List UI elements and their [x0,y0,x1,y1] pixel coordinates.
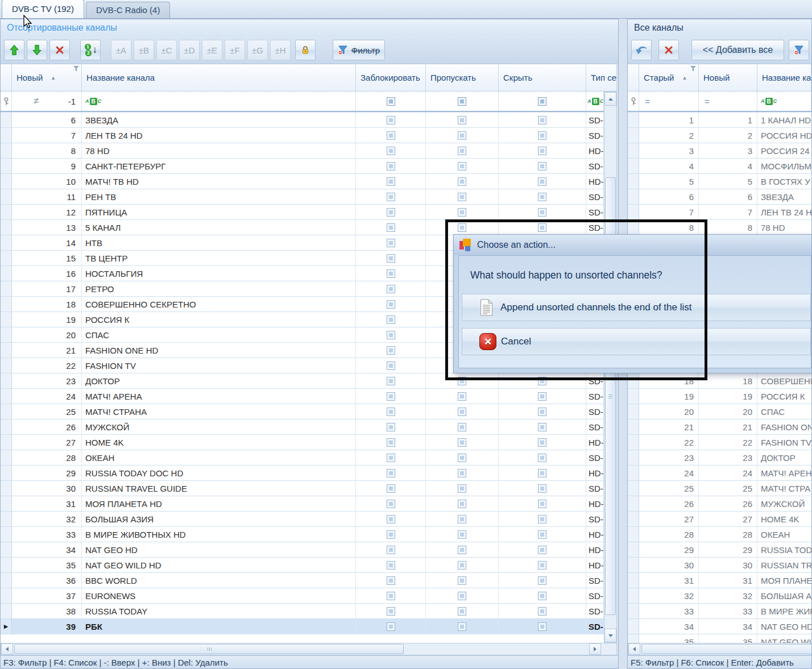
checkbox[interactable] [458,500,466,508]
all-channel-row[interactable]: 3333В МИРЕ ЖИВ [628,604,811,619]
checkbox[interactable] [387,254,395,263]
right-horizontal-scrollbar[interactable] [628,643,811,655]
scroll-left-button[interactable] [1,643,13,655]
checkbox[interactable] [538,392,546,401]
scrollbar-thumb[interactable] [641,644,812,654]
checkbox[interactable] [387,208,395,217]
checkbox[interactable] [387,97,395,106]
letter-button-H[interactable]: ±H [270,40,291,60]
checkbox[interactable] [458,438,466,447]
all-channel-row[interactable]: 44МОСФИЛЬМ. [628,159,811,174]
column-header-new[interactable]: Новый ▲ [12,64,82,92]
sorted-channel-row[interactable]: 878 HDHD- [1,143,604,159]
checkbox[interactable] [387,530,395,539]
checkbox[interactable] [458,469,466,477]
checkbox[interactable] [387,622,395,631]
tab-0[interactable]: DVB-C TV (192) [2,0,84,18]
checkbox[interactable] [458,561,466,570]
letter-button-E[interactable]: ±E [202,40,222,60]
checkbox[interactable] [387,607,395,616]
filter-old[interactable]: = [639,92,699,111]
sorted-channel-row[interactable]: 27HOME 4KHD- [1,435,604,450]
all-channel-row[interactable]: 3535NAT GEO WI [628,634,811,643]
all-channel-row[interactable]: 2929RUSSIA TOD [628,542,811,558]
checkbox[interactable] [538,515,546,523]
sorted-channel-row[interactable]: 35NAT GEO WILD HDHD- [1,558,604,573]
column-header-new[interactable]: Новый [699,64,757,92]
checkbox[interactable] [458,454,466,462]
column-header-name[interactable]: Название ка [757,64,811,92]
checkbox[interactable] [538,469,546,477]
renumber-button[interactable]: 12↓ [80,40,101,60]
filter-new[interactable]: = [699,92,757,111]
checkbox[interactable] [387,131,395,140]
checkbox[interactable] [387,116,395,124]
sorted-channel-row[interactable]: 36BBC WORLDSD- [1,573,604,588]
filter-new[interactable]: ≠ -1 [12,92,82,111]
sorted-channel-row[interactable]: 37EURONEWSSD- [1,588,604,604]
checkbox[interactable] [458,193,466,201]
checkbox[interactable] [458,177,466,186]
sorted-channel-row[interactable]: 30RUSSIAN TRAVEL GUIDESD- [1,481,604,496]
letter-button-G[interactable]: ±G [247,40,268,60]
all-channel-row[interactable]: 3131МОЯ ПЛАНЕ [628,573,811,588]
checkbox[interactable] [538,607,546,616]
checkbox[interactable] [538,484,546,493]
right-filter-button[interactable] [789,40,809,60]
all-channel-row[interactable]: 2727HOME 4K [628,512,811,527]
checkbox[interactable] [458,408,466,416]
all-channel-row[interactable]: 2424МАТЧ! АРЕН [628,466,811,481]
column-header-old[interactable]: Старый ▲ [639,64,699,92]
checkbox[interactable] [387,576,395,585]
filter-value[interactable]: -1 [68,97,81,106]
checkbox[interactable] [387,392,395,401]
checkbox[interactable] [387,454,395,462]
checkbox[interactable] [458,546,466,554]
all-channel-row[interactable]: 2828ОКЕАН [628,527,811,542]
checkbox[interactable] [387,515,395,523]
all-channel-row[interactable]: 2525МАТЧ! СТРА [628,481,811,496]
checkbox[interactable] [458,515,466,523]
undo-add-button[interactable] [631,40,652,60]
all-channel-row[interactable]: 111 КАНАЛ HD [628,113,811,128]
filter-operator[interactable]: = [705,97,710,106]
checkbox[interactable] [538,208,546,217]
sorted-channel-row[interactable]: 28ОКЕАНSD- [1,450,604,466]
filter-operator[interactable]: ≠ [34,95,39,107]
sorted-channel-row[interactable]: 6ЗВЕЗДАSD- [1,113,604,128]
checkbox[interactable] [387,408,395,416]
move-down-button[interactable] [27,40,47,60]
all-channel-row[interactable]: 33РОССИЯ 24 [628,143,811,159]
checkbox[interactable] [538,546,546,554]
all-channel-row[interactable]: 55В ГОСТЯХ У [628,174,811,189]
checkbox[interactable] [387,469,395,477]
checkbox[interactable] [538,162,546,171]
checkbox[interactable] [538,622,546,631]
all-channel-row[interactable]: 77ЛЕН ТВ 24 H [628,205,811,220]
filter-name[interactable]: ABC [82,92,356,111]
checkbox[interactable] [387,315,395,324]
sorted-channel-row[interactable]: 33В МИРЕ ЖИВОТНЫХ HDHD- [1,527,604,542]
sorted-channel-row[interactable]: 10МАТЧ! ТВ HDHD- [1,174,604,189]
sorted-channel-row[interactable]: 11РЕН ТВSD- [1,189,604,205]
sorted-channel-row[interactable]: 34NAT GEO HDHD- [1,542,604,558]
checkbox[interactable] [387,269,395,278]
all-channel-row[interactable]: 22РОССИЯ HD [628,128,811,143]
filter-name[interactable]: ABC [757,92,811,111]
column-header-lock[interactable]: Заблокировать [356,64,426,92]
checkbox[interactable] [458,592,466,600]
all-channel-row[interactable]: 3232БОЛЬШАЯ А [628,588,811,604]
checkbox[interactable] [538,423,546,431]
column-header-hide[interactable]: Скрыть [499,64,586,92]
checkbox[interactable] [387,193,395,201]
checkbox[interactable] [387,423,395,431]
checkbox[interactable] [387,223,395,232]
letter-button-B[interactable]: ±B [134,40,154,60]
column-header-skip[interactable]: Пропускать [426,64,499,92]
all-channel-row[interactable]: 3434NAT GEO HD [628,619,811,634]
sorted-channel-row[interactable]: 26МУЖСКОЙSD- [1,419,604,435]
scroll-left-button[interactable] [628,643,640,655]
filter-button[interactable]: Фильтр [333,40,385,60]
all-channel-row[interactable]: 2323ДОКТОР [628,450,811,466]
checkbox[interactable] [387,162,395,171]
